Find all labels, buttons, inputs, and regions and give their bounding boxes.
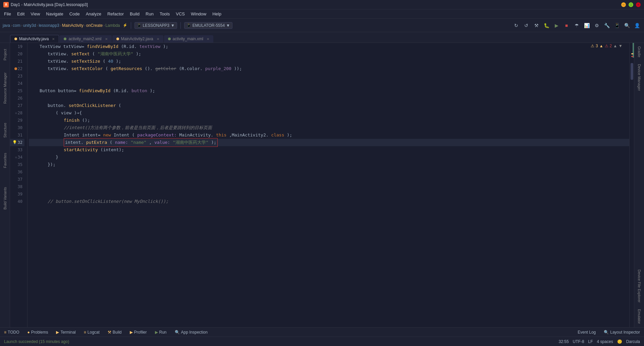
line-23: 23 — [10, 72, 24, 80]
tab-mainactivity-java[interactable]: MainActivity.java ✕ — [10, 35, 59, 43]
breadcrumb-unity3d[interactable]: unity3d — [23, 23, 36, 28]
code-line-30: //intent()方法有两个参数，前者是当前页面，后者是要跳转到的目标页面 — [29, 124, 629, 131]
account-button[interactable]: 👤 — [633, 21, 641, 30]
line-24: 24 — [10, 80, 24, 87]
problems-icon: ● — [27, 330, 30, 335]
error-count: 2 — [610, 44, 612, 48]
tab-dot-java — [14, 38, 17, 40]
panel-gradle[interactable]: Gradle — [635, 43, 643, 61]
tab-close-main2[interactable]: ✕ — [105, 37, 108, 41]
code-content[interactable]: TextView txtView= findViewById (R.id. te… — [28, 43, 629, 327]
breadcrumb-lessonapp3[interactable]: lessonapp3 — [39, 23, 59, 28]
highlighted-line-32: intent. putExtra ( name: "name" , value:… — [64, 138, 218, 147]
menu-edit[interactable]: Edit — [14, 11, 27, 17]
tab-label-mainactivity: MainActivity.java — [19, 37, 49, 41]
device-selector[interactable]: 📱 LESSONAPP3 ▼ — [135, 22, 177, 29]
breadcrumb-mainactivity[interactable]: MainActivity — [62, 23, 84, 28]
inspection-icon: 🔍 — [175, 330, 180, 335]
breadcrumb-arrow: ⚡ — [123, 23, 127, 27]
scrollbar-area[interactable] — [629, 43, 634, 327]
menu-navigate[interactable]: Navigate — [43, 11, 66, 17]
tool-terminal[interactable]: ▶ Terminal — [55, 329, 77, 335]
debug-button[interactable]: 🐛 — [542, 21, 551, 30]
panel-favorites[interactable]: Favorites — [3, 150, 7, 171]
close-button[interactable]: ✕ — [636, 2, 641, 7]
window-title: Day1 - MainActivity.java [Day1.lessonapp… — [11, 2, 88, 7]
build-button[interactable]: ⚒ — [532, 21, 541, 30]
menu-file[interactable]: File — [1, 11, 14, 17]
panel-emulator[interactable]: Emulator — [635, 306, 643, 327]
code-line-28: ( view )→{ — [29, 109, 629, 117]
run-button[interactable]: ▶ — [552, 21, 561, 30]
tool-build[interactable]: ⚒ Build — [106, 329, 123, 335]
tool-app-inspection[interactable]: 🔍 App Inspection — [173, 329, 209, 335]
tool-profiler[interactable]: ▶ Profiler — [128, 329, 148, 335]
tab-close-mainactivity2[interactable]: ✕ — [157, 37, 159, 41]
menu-help[interactable]: Help — [210, 11, 224, 17]
code-line-22: txtView. setTextColor ( getResources ().… — [29, 65, 629, 72]
menu-analyze[interactable]: Analyze — [83, 11, 104, 17]
panel-device-manager[interactable]: Device Manager — [635, 61, 643, 94]
tab-close-mainactivity[interactable]: ✕ — [52, 37, 55, 41]
toolbar-sep2 — [180, 22, 181, 29]
tool-event-log[interactable]: Event Log — [576, 329, 597, 335]
warning-indicator: ⚠ 3 ▲ ⚠ 2 ▲ ▼ — [589, 43, 625, 49]
expand-icon[interactable]: ▼ — [619, 44, 623, 48]
panel-project[interactable]: Project — [3, 46, 7, 63]
menu-vcs[interactable]: VCS — [173, 11, 187, 17]
menu-run[interactable]: Run — [143, 11, 156, 17]
sdk-button[interactable]: 🔧 — [602, 21, 611, 30]
breadcrumb-lambda[interactable]: Lambda — [105, 23, 120, 28]
tool-problems[interactable]: ● Problems — [26, 329, 49, 335]
menu-code[interactable]: Code — [67, 11, 83, 17]
menu-view[interactable]: View — [28, 11, 43, 17]
code-line-19: TextView txtView= findViewById (R.id. te… — [29, 43, 629, 50]
panel-structure[interactable]: Structure — [3, 120, 7, 140]
warning-count: 3 — [596, 44, 598, 48]
code-line-33: startActivity (intent); — [29, 146, 629, 154]
minimize-button[interactable]: — — [621, 2, 626, 7]
tool-logcat[interactable]: ≡ Logcat — [83, 329, 101, 335]
line-32: 💡 32 — [10, 139, 24, 146]
menu-tools[interactable]: Tools — [157, 11, 172, 17]
tab-activity-main2-xml[interactable]: activity_main2.xml ✕ — [60, 35, 111, 43]
line-numbers: 19 20 21 22 23 24 25 26 27 ◇ 28 29 30 31 — [10, 43, 28, 327]
emulator-selector[interactable]: 📱 EMULATOR-5554 ▼ — [184, 22, 232, 29]
profiler-button[interactable]: 📊 — [582, 21, 591, 30]
tool-layout-inspector[interactable]: 🔍 Layout Inspector — [602, 329, 641, 335]
code-line-31: Intent intent= new Intent ( packageConte… — [29, 131, 629, 139]
breadcrumb-com[interactable]: com — [13, 23, 20, 28]
profiler-icon: ▶ — [130, 330, 133, 335]
tool-todo[interactable]: ≡ TODO — [3, 329, 20, 335]
breadcrumb-java[interactable]: java — [3, 23, 10, 28]
menu-refactor[interactable]: Refactor — [105, 11, 126, 17]
code-line-25: Button button= findViewById (R.id. butto… — [29, 87, 629, 95]
stop-button[interactable]: ■ — [562, 21, 571, 30]
fold-icon-28: ◇ — [15, 109, 17, 117]
search-button[interactable]: 🔍 — [623, 21, 631, 30]
code-editor: ⚠ 3 ▲ ⚠ 2 ▲ ▼ 19 20 21 22 23 24 25 — [10, 43, 634, 327]
tab-close-main[interactable]: ✕ — [207, 37, 209, 41]
chevron-down-emulator-icon: ▼ — [226, 23, 230, 28]
scrollbar-thumb[interactable] — [631, 63, 633, 80]
panel-resource-manager[interactable]: Resource Manager — [3, 70, 7, 107]
tool-run[interactable]: ▶ Run — [154, 329, 168, 335]
settings-button[interactable]: ⚙ — [592, 21, 601, 30]
menu-build[interactable]: Build — [127, 11, 142, 17]
toolbar: java › com › unity3d › lessonapp3 › Main… — [0, 19, 644, 32]
tab-label-main2: activity_main2.xml — [68, 37, 101, 41]
breadcrumb-oncreate[interactable]: onCreate — [86, 23, 103, 28]
tab-mainactivity2-java[interactable]: MainActivity2.java ✕ — [112, 35, 163, 43]
menu-window[interactable]: Window — [188, 11, 209, 17]
collapse-icon[interactable]: ▲ — [613, 44, 617, 48]
sync-button[interactable]: ↻ — [512, 21, 521, 30]
refresh-button[interactable]: ↺ — [522, 21, 531, 30]
panel-build-variants[interactable]: Build Variants — [3, 184, 7, 212]
maximize-button[interactable]: □ — [629, 2, 633, 7]
tab-dot-xml2 — [168, 38, 171, 40]
avd-button[interactable]: 📱 — [612, 21, 621, 30]
tab-activity-main-xml[interactable]: activity_main.xml ✕ — [164, 35, 213, 43]
coverage-button[interactable]: ☂ — [572, 21, 581, 30]
panel-device-file-explorer[interactable]: Device File Explorer — [635, 266, 643, 306]
line-36: 36 — [10, 168, 24, 176]
